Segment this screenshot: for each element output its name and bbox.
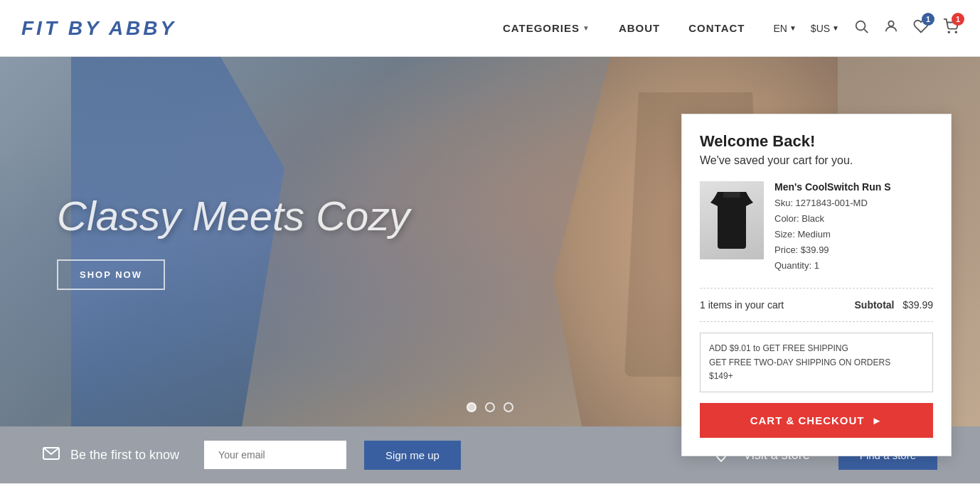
svg-rect-6 <box>723 192 740 198</box>
cart-welcome-subtitle: We've saved your cart for you. <box>700 154 933 167</box>
carousel-dot-2[interactable] <box>485 402 495 412</box>
lang-chevron-icon: ▼ <box>789 24 797 32</box>
cart-icon[interactable]: 1 <box>943 18 959 38</box>
cart-item-size: Size: Medium <box>774 227 933 242</box>
header-right-controls: EN ▼ $US ▼ 1 1 <box>774 18 959 38</box>
sign-up-button[interactable]: Sign me up <box>364 441 461 470</box>
cart-item-name: Men's CoolSwitch Run S <box>774 181 933 193</box>
hero-title: Classy Meets Cozy <box>57 193 410 239</box>
svg-point-3 <box>948 31 949 33</box>
wishlist-badge: 1 <box>922 13 934 26</box>
cart-items-count: 1 items in your cart <box>700 299 784 311</box>
shipping-line-1: ADD $9.01 to GET FREE SHIPPING <box>709 342 924 355</box>
cart-badge: 1 <box>952 13 964 26</box>
hero-content: Classy Meets Cozy SHOP NOW <box>0 193 467 291</box>
cart-welcome-title: Welcome Back! <box>700 132 933 151</box>
checkout-arrow-icon: ► <box>871 414 883 426</box>
cart-item-info: Sku: 1271843-001-MD Color: Black Size: M… <box>774 195 933 274</box>
cart-checkout-button[interactable]: CART & CHECKOUT ► <box>700 403 933 438</box>
cart-subtotal-label: Subtotal <box>855 299 895 311</box>
cart-subtotal: Subtotal $39.99 <box>855 299 934 311</box>
shipping-notice: ADD $9.01 to GET FREE SHIPPING GET FREE … <box>700 333 933 392</box>
shipping-line-2: GET FREE TWO-DAY SHIPPING ON ORDERS <box>709 356 924 370</box>
carousel-dot-1[interactable] <box>467 402 476 412</box>
cart-item-quantity: Quantity: 1 <box>774 258 933 274</box>
site-header: FIT BY ABBY CATEGORIES ▼ ABOUT CONTACT E… <box>0 0 980 57</box>
cart-item-image <box>700 181 764 259</box>
svg-point-2 <box>888 21 893 26</box>
footer-email-label: Be the first to know <box>70 448 179 463</box>
cart-item-price: Price: $39.99 <box>774 242 933 258</box>
currency-selector[interactable]: $US ▼ <box>811 23 839 34</box>
hero-carousel-dots <box>467 402 513 412</box>
cart-item-color: Color: Black <box>774 211 933 227</box>
nav-contact[interactable]: CONTACT <box>688 22 745 34</box>
svg-point-4 <box>955 31 957 33</box>
main-nav: CATEGORIES ▼ ABOUT CONTACT <box>503 22 745 34</box>
nav-about[interactable]: ABOUT <box>619 22 660 34</box>
language-selector[interactable]: EN ▼ <box>774 23 797 34</box>
svg-rect-5 <box>718 192 746 249</box>
cart-item-sku: Sku: 1271843-001-MD <box>774 195 933 211</box>
cart-summary: 1 items in your cart Subtotal $39.99 <box>700 299 933 322</box>
nav-categories[interactable]: CATEGORIES ▼ <box>503 22 590 34</box>
shop-now-button[interactable]: SHOP NOW <box>57 259 165 290</box>
currency-chevron-icon: ▼ <box>832 24 839 32</box>
email-input[interactable] <box>204 441 346 469</box>
user-icon[interactable] <box>883 18 899 38</box>
footer-email-section: Be the first to know Sign me up <box>43 441 713 470</box>
cart-item: Men's CoolSwitch Run S Sku: 1271843-001-… <box>700 181 933 289</box>
site-logo[interactable]: FIT BY ABBY <box>21 17 176 40</box>
cart-dropdown: Welcome Back! We've saved your cart for … <box>681 114 952 456</box>
cart-subtotal-value: $39.99 <box>902 299 933 311</box>
carousel-dot-3[interactable] <box>504 402 513 412</box>
wishlist-icon[interactable]: 1 <box>913 18 929 38</box>
tank-top-icon <box>710 192 753 249</box>
shipping-line-3: $149+ <box>709 370 924 383</box>
email-icon <box>43 447 60 463</box>
svg-point-0 <box>856 21 866 31</box>
categories-chevron-icon: ▼ <box>582 24 590 32</box>
svg-line-1 <box>864 29 868 33</box>
search-icon[interactable] <box>853 18 869 38</box>
cart-item-details: Men's CoolSwitch Run S Sku: 1271843-001-… <box>774 181 933 274</box>
